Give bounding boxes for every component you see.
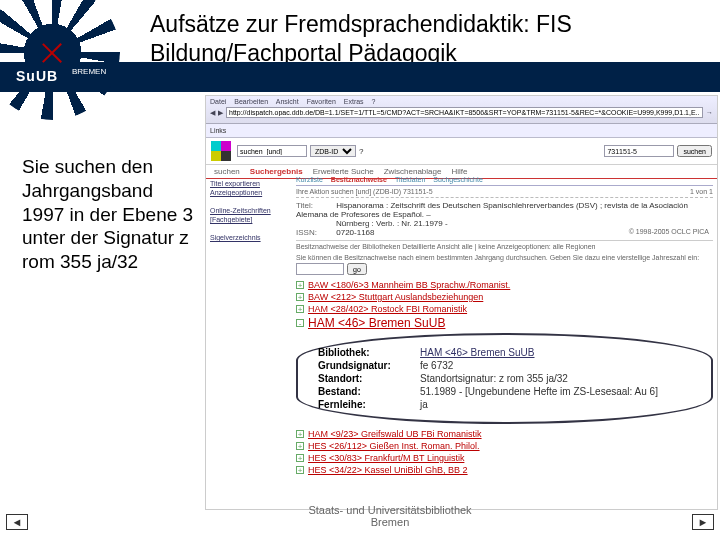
bestand-label: Bestand: xyxy=(318,386,418,397)
result-count: 1 von 1 xyxy=(690,188,713,195)
library-link[interactable]: HES <30/83> Frankfurt/M BT Linguistik xyxy=(308,453,464,463)
bibliothek-label: Bibliothek: xyxy=(318,347,418,358)
expand-icon[interactable]: + xyxy=(296,442,304,450)
holdings-note: Sie können die Besitznachweise nach eine… xyxy=(296,252,713,263)
standort-value: Standortsignatur: z rom 355 ja/32 xyxy=(420,373,658,384)
instruction-text: Sie suchen den Jahrgangsband 1997 in der… xyxy=(22,155,197,274)
library-link-selected[interactable]: HAM <46> Bremen SuUB xyxy=(308,316,445,330)
library-link[interactable]: HES <34/22> Kassel UniBibl GhB, BB 2 xyxy=(308,465,468,475)
year-go-button[interactable]: go xyxy=(347,263,367,275)
left-column: Titel exportieren Anzeigeoptionen Online… xyxy=(206,176,294,509)
subtab-titeldaten[interactable]: Titeldaten xyxy=(395,176,425,183)
suub-logo-icon xyxy=(0,0,120,120)
action-text: Ihre Aktion suchen [und] (ZDB-ID) 731151… xyxy=(296,188,433,195)
issn-label: ISSN: xyxy=(296,228,334,237)
record-block: Titel: Hispanorama : Zeitschrift des Deu… xyxy=(296,198,713,241)
title-label: Titel: xyxy=(296,201,334,210)
title-line1: Aufsätze zur Fremdsprachendidaktik: FIS xyxy=(150,11,572,37)
footer-text: Staats- und UniversitätsbibliothekBremen xyxy=(260,504,520,528)
catalog-search-row: ZDB-ID ? suchen xyxy=(206,138,717,165)
address-bar[interactable] xyxy=(226,107,703,118)
expand-icon[interactable]: + xyxy=(296,454,304,462)
tab-suchen[interactable]: suchen xyxy=(214,167,240,176)
menu-item[interactable]: Ansicht xyxy=(276,98,299,105)
library-link[interactable]: HES <26/112> Gießen Inst. Roman. Philol. xyxy=(308,441,480,451)
menu-item[interactable]: Bearbeiten xyxy=(234,98,268,105)
logo-subtext: BREMEN xyxy=(72,68,106,76)
grundsig-value: fe 6732 xyxy=(420,360,658,371)
left-link[interactable]: [Fachgebiete] xyxy=(210,216,290,223)
left-link[interactable]: Titel exportieren xyxy=(210,180,290,187)
go-icon[interactable]: → xyxy=(706,109,713,116)
bibliothek-value[interactable]: HAM <46> Bremen SuUB xyxy=(420,347,535,358)
standort-label: Standort: xyxy=(318,373,418,384)
holding-detail-ellipse: Bibliothek: HAM <46> Bremen SuUB Grundsi… xyxy=(296,333,713,424)
search-hint[interactable] xyxy=(237,145,307,157)
help-icon[interactable]: ? xyxy=(359,147,363,156)
expand-icon[interactable]: + xyxy=(296,305,304,313)
left-link[interactable]: Anzeigeoptionen xyxy=(210,189,290,196)
links-label: Links xyxy=(210,127,226,134)
subtab-suchgeschichte[interactable]: Suchgeschichte xyxy=(433,176,482,183)
left-link[interactable]: Sigelverzeichnis xyxy=(210,234,290,241)
library-link[interactable]: BAW <212> Stuttgart Auslandsbeziehungen xyxy=(308,292,483,302)
logo-text: SuUB xyxy=(16,68,58,84)
main-column: Kurzliste Besitznachweise Titeldaten Suc… xyxy=(296,174,713,476)
year-input[interactable] xyxy=(296,263,344,275)
expand-icon[interactable]: + xyxy=(296,281,304,289)
expand-icon[interactable]: + xyxy=(296,293,304,301)
browser-toolbar: Datei Bearbeiten Ansicht Favoriten Extra… xyxy=(206,96,717,124)
tab-suchergebnis[interactable]: Suchergebnis xyxy=(250,167,303,176)
browser-menu: Datei Bearbeiten Ansicht Favoriten Extra… xyxy=(210,98,713,105)
expand-icon[interactable]: + xyxy=(296,466,304,474)
bestand-value: 51.1989 - [Ungebundene Hefte im ZS-Leses… xyxy=(420,386,658,397)
subtab-besitznachweise[interactable]: Besitznachweise xyxy=(331,176,387,183)
subtab-kurzliste[interactable]: Kurzliste xyxy=(296,176,323,183)
forward-icon[interactable]: ▶ xyxy=(218,109,223,117)
library-link[interactable]: BAW <180/6>3 Mannheim BB Sprachw./Romani… xyxy=(308,280,510,290)
search-input[interactable] xyxy=(604,145,674,157)
prev-slide-button[interactable]: ◄ xyxy=(6,514,28,530)
browser-screenshot: Datei Bearbeiten Ansicht Favoriten Extra… xyxy=(205,95,718,510)
fernleihe-value: ja xyxy=(420,399,658,410)
record-place: Nürnberg : Verb. : Nr. 21.1979 - xyxy=(336,219,448,228)
collapse-icon[interactable]: - xyxy=(296,319,304,327)
menu-item[interactable]: Extras xyxy=(344,98,364,105)
catalog-logo-icon xyxy=(211,141,231,161)
expand-icon[interactable]: + xyxy=(296,430,304,438)
search-field-select[interactable]: ZDB-ID xyxy=(310,145,356,157)
grundsig-label: Grundsignatur: xyxy=(318,360,418,371)
library-link[interactable]: HAM <28/402> Rostock FBI Romanistik xyxy=(308,304,467,314)
slide-title: Aufsätze zur Fremdsprachendidaktik: FIS … xyxy=(150,10,572,68)
menu-item[interactable]: ? xyxy=(372,98,376,105)
next-slide-button[interactable]: ► xyxy=(692,514,714,530)
sub-tabs: Kurzliste Besitznachweise Titeldaten Suc… xyxy=(296,174,713,186)
library-link[interactable]: HAM <9/23> Greifswald UB FBi Romanistik xyxy=(308,429,482,439)
holdings-bar: Besitznachweise der Bibliotheken Detaill… xyxy=(296,241,713,252)
fernleihe-label: Fernleihe: xyxy=(318,399,418,410)
search-button[interactable]: suchen xyxy=(677,145,712,157)
menu-item[interactable]: Favoriten xyxy=(307,98,336,105)
issn-value: 0720-1168 xyxy=(336,228,374,237)
record-title: Hispanorama : Zeitschrift des Deutschen … xyxy=(296,201,688,219)
library-list: +BAW <180/6>3 Mannheim BB Sprachw./Roman… xyxy=(296,279,713,331)
left-link[interactable]: Online-Zeitschriften xyxy=(210,207,290,214)
menu-item[interactable]: Datei xyxy=(210,98,226,105)
back-icon[interactable]: ◀ xyxy=(210,109,215,117)
